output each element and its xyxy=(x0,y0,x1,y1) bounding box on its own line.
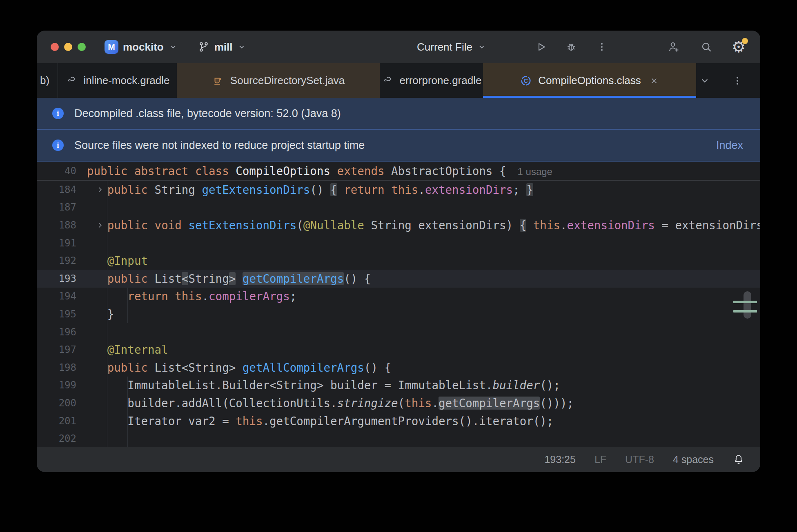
chevron-down-icon[interactable] xyxy=(699,75,710,86)
line-number[interactable]: 200 xyxy=(37,397,76,409)
file-encoding[interactable]: UTF-8 xyxy=(625,454,654,466)
tab-errorprone-gradle[interactable]: errorprone.gradle xyxy=(380,63,483,98)
line-number[interactable]: 197 xyxy=(37,344,76,355)
scrollbar-thumb[interactable] xyxy=(744,291,751,319)
usage-count-hint[interactable]: 1 usage xyxy=(518,166,552,177)
minimize-window-button[interactable] xyxy=(64,43,72,51)
code-line-187[interactable]: 187 xyxy=(37,199,760,217)
vcs-branch-widget[interactable]: mill xyxy=(198,41,247,53)
code-token: > xyxy=(229,272,236,285)
code-token: public xyxy=(107,183,148,196)
git-branch-icon xyxy=(198,41,210,53)
code-text: public List<String> getAllCompilerArgs()… xyxy=(87,361,391,374)
code-line-198[interactable]: 198 public List<String> getAllCompilerAr… xyxy=(37,359,760,377)
code-token: . xyxy=(560,219,567,232)
line-number[interactable]: 191 xyxy=(37,237,76,249)
code-line-196[interactable]: 196 xyxy=(37,323,760,341)
code-token: compilerArgs xyxy=(209,290,290,303)
code-area[interactable]: 184 public String getExtensionDirs() { r… xyxy=(37,181,760,447)
line-number[interactable]: 40 xyxy=(37,165,76,177)
branch-name: mill xyxy=(214,41,233,53)
run-button[interactable] xyxy=(535,41,547,53)
line-number[interactable]: 196 xyxy=(37,326,76,338)
line-number[interactable]: 193 xyxy=(37,273,76,284)
indent-setting[interactable]: 4 spaces xyxy=(673,454,714,466)
code-line-191[interactable]: 191 xyxy=(37,234,760,252)
run-configuration-selector[interactable]: Current File xyxy=(417,41,487,53)
search-everywhere-icon[interactable] xyxy=(700,40,713,53)
settings-notification-dot xyxy=(742,38,748,44)
code-token: public xyxy=(107,361,148,374)
code-token: String extensionDirs) xyxy=(364,219,520,232)
code-token: public xyxy=(107,219,148,232)
code-line-184[interactable]: 184 public String getExtensionDirs() { r… xyxy=(37,181,760,199)
code-line-197[interactable]: 197 @Internal xyxy=(37,341,760,359)
code-token: ; xyxy=(290,290,297,303)
analysis-mark-green[interactable] xyxy=(733,301,757,303)
tab-compileoptions-class-active[interactable]: C CompileOptions.class xyxy=(483,63,696,98)
line-number[interactable]: 187 xyxy=(37,202,76,213)
caret-position[interactable]: 193:25 xyxy=(544,454,575,466)
code-line-193[interactable]: 193 public List<String> getCompilerArgs(… xyxy=(37,270,760,288)
tab-inline-mock-gradle[interactable]: inline-mock.gradle xyxy=(58,63,177,98)
code-line-195[interactable]: 195 } xyxy=(37,305,760,323)
code-token: } xyxy=(526,183,533,196)
code-token: builder xyxy=(492,379,540,392)
fullscreen-window-button[interactable] xyxy=(78,43,86,51)
code-token: ())); xyxy=(540,397,574,410)
code-token: String xyxy=(188,272,229,285)
index-link[interactable]: Index xyxy=(716,139,743,152)
line-number[interactable]: 192 xyxy=(37,255,76,266)
code-text: return this.compilerArgs; xyxy=(87,290,296,303)
code-token xyxy=(87,361,107,374)
chevron-down-icon xyxy=(168,42,178,52)
code-with-me-icon[interactable] xyxy=(667,40,680,53)
tab-options-kebab-icon[interactable] xyxy=(732,75,743,86)
line-number[interactable]: 195 xyxy=(37,308,76,320)
project-widget[interactable]: M mockito xyxy=(105,40,178,54)
info-icon xyxy=(52,108,64,119)
code-token: String xyxy=(148,183,202,196)
settings-gear-icon[interactable] xyxy=(732,39,746,55)
code-line-199[interactable]: 199 ImmutableList.Builder<String> builde… xyxy=(37,377,760,395)
tab-clipped[interactable]: b) xyxy=(37,63,58,98)
code-token xyxy=(148,219,155,232)
banner-text: Decompiled .class file, bytecode version… xyxy=(74,107,341,120)
code-line-200[interactable]: 200 builder.addAll(CollectionUtils.strin… xyxy=(37,394,760,412)
tab-sourcedirectoryset-java[interactable]: SourceDirectorySet.java xyxy=(177,63,380,98)
code-token xyxy=(182,219,189,232)
line-number[interactable]: 202 xyxy=(37,433,76,444)
line-number[interactable]: 198 xyxy=(37,362,76,373)
close-tab-icon[interactable] xyxy=(649,75,659,86)
code-line-194[interactable]: 194 return this.compilerArgs; xyxy=(37,288,760,306)
info-icon xyxy=(52,140,64,151)
code-line-192[interactable]: 192 @Input xyxy=(37,252,760,270)
line-separator[interactable]: LF xyxy=(594,454,606,466)
code-token xyxy=(87,343,107,356)
svg-text:C: C xyxy=(524,78,528,84)
project-icon: M xyxy=(105,40,118,54)
code-token: ( xyxy=(296,219,303,232)
line-number[interactable]: 184 xyxy=(37,184,76,195)
code-token: this xyxy=(175,290,202,303)
code-token: ImmutableList.Builder<String> builder = … xyxy=(87,379,492,392)
line-number[interactable]: 188 xyxy=(37,219,76,231)
debug-button[interactable] xyxy=(565,41,577,53)
status-bar: 193:25 LF UTF-8 4 spaces xyxy=(37,447,760,472)
line-number[interactable]: 194 xyxy=(37,290,76,302)
code-line-202[interactable]: 202 xyxy=(37,430,760,447)
notifications-bell-icon[interactable] xyxy=(732,453,745,466)
code-line-188[interactable]: 188 public void setExtensionDirs(@Nullab… xyxy=(37,216,760,234)
code-line-201[interactable]: 201 Iterator var2 = this.getCompilerArgu… xyxy=(37,412,760,430)
code-text: ImmutableList.Builder<String> builder = … xyxy=(87,379,560,392)
line-number[interactable]: 199 xyxy=(37,379,76,391)
code-token: public xyxy=(107,272,148,285)
line-number[interactable]: 201 xyxy=(37,415,76,427)
code-token: List xyxy=(148,272,182,285)
code-token: this xyxy=(391,183,418,196)
code-token xyxy=(385,183,392,196)
analysis-mark-green[interactable] xyxy=(733,310,757,313)
close-window-button[interactable] xyxy=(51,43,59,51)
sticky-header-line[interactable]: 40 public abstract class CompileOptions … xyxy=(37,162,760,181)
more-actions-icon[interactable] xyxy=(596,41,608,53)
